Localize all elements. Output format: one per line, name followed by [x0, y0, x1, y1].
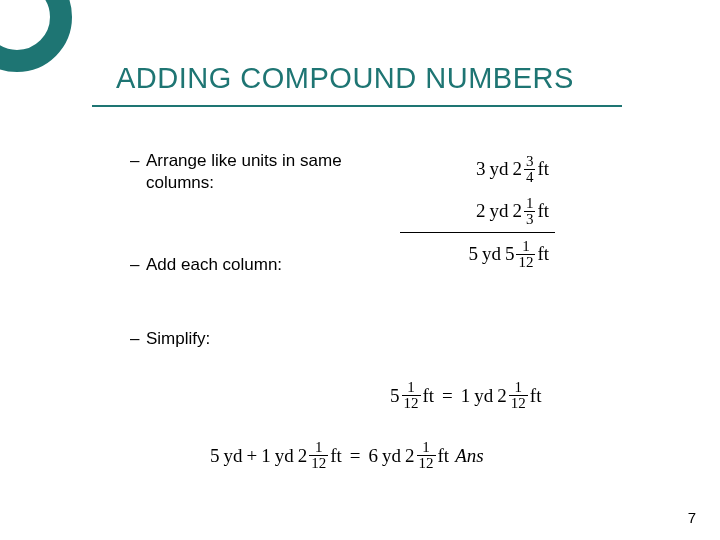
- r1-yd-whole: 3: [476, 158, 486, 180]
- r1-frac: 3 4: [524, 154, 536, 185]
- r2-den: 3: [524, 211, 536, 227]
- answer-label: Ans: [455, 445, 484, 467]
- math-addition-column: 3 yd 2 3 4 ft 2 yd 2 1 3 ft 5 yd 5 1 12 …: [400, 148, 555, 275]
- math-row-2: 2 yd 2 1 3 ft: [400, 190, 555, 232]
- conv-rhs-yd: 1: [461, 385, 471, 407]
- conv-rhs-num: 1: [513, 380, 525, 395]
- conversion-line: 5 1 12 ft = 1 yd 2 1 12 ft: [390, 380, 541, 411]
- unit-ft: ft: [330, 445, 342, 467]
- bullet-text-3: Simplify:: [146, 328, 370, 350]
- final-c-ft-whole: 2: [405, 445, 415, 467]
- r2-ft-whole: 2: [512, 200, 522, 222]
- r2-frac: 1 3: [524, 196, 536, 227]
- r2-yd-whole: 2: [476, 200, 486, 222]
- math-row-1: 3 yd 2 3 4 ft: [400, 148, 555, 190]
- final-c-num: 1: [420, 440, 432, 455]
- unit-yd: yd: [382, 445, 401, 467]
- title-underline: [92, 105, 622, 107]
- bullet-text-2: Add each column:: [146, 254, 370, 276]
- unit-yd: yd: [489, 200, 508, 222]
- unit-ft: ft: [438, 445, 450, 467]
- bullet-dash: –: [130, 328, 146, 350]
- sum-frac: 1 12: [516, 239, 535, 270]
- unit-yd: yd: [275, 445, 294, 467]
- page-number: 7: [688, 509, 696, 526]
- final-b-den: 12: [309, 455, 328, 471]
- conv-lhs-whole: 5: [390, 385, 400, 407]
- unit-yd: yd: [474, 385, 493, 407]
- bullet-dash: –: [130, 254, 146, 276]
- r1-den: 4: [524, 169, 536, 185]
- bullet-item-1: – Arrange like units in same columns:: [130, 150, 370, 194]
- conv-lhs-den: 12: [402, 395, 421, 411]
- final-answer-line: 5 yd + 1 yd 2 1 12 ft = 6 yd 2 1 12 ft A…: [210, 440, 484, 471]
- bullet-item-2: – Add each column:: [130, 254, 370, 276]
- bullet-list: – Arrange like units in same columns: – …: [130, 150, 370, 350]
- decorative-ring: [0, 0, 72, 72]
- final-c-frac: 1 12: [417, 440, 436, 471]
- r2-num: 1: [524, 196, 536, 211]
- bullet-text-1: Arrange like units in same columns:: [146, 150, 370, 194]
- unit-ft: ft: [537, 158, 549, 180]
- final-b-frac: 1 12: [309, 440, 328, 471]
- final-b-yd: 1: [261, 445, 271, 467]
- final-b-num: 1: [313, 440, 325, 455]
- final-a-yd: 5: [210, 445, 220, 467]
- unit-yd: yd: [224, 445, 243, 467]
- r1-ft-whole: 2: [512, 158, 522, 180]
- bullet-dash: –: [130, 150, 146, 172]
- sum-yd-whole: 5: [468, 243, 478, 265]
- sum-ft-whole: 5: [505, 243, 515, 265]
- final-b-ft-whole: 2: [298, 445, 308, 467]
- sum-num: 1: [520, 239, 532, 254]
- math-row-sum: 5 yd 5 1 12 ft: [400, 232, 555, 275]
- unit-ft: ft: [537, 200, 549, 222]
- conv-rhs-den: 12: [509, 395, 528, 411]
- final-c-den: 12: [417, 455, 436, 471]
- conv-lhs-frac: 1 12: [402, 380, 421, 411]
- unit-ft: ft: [537, 243, 549, 265]
- sum-den: 12: [516, 254, 535, 270]
- unit-yd: yd: [489, 158, 508, 180]
- final-c-yd: 6: [369, 445, 379, 467]
- slide-title: ADDING COMPOUND NUMBERS: [116, 62, 574, 95]
- final-plus: +: [247, 445, 258, 467]
- conv-lhs-num: 1: [405, 380, 417, 395]
- unit-yd: yd: [482, 243, 501, 265]
- conv-rhs-frac: 1 12: [509, 380, 528, 411]
- conv-lhs-unit: ft: [423, 385, 435, 407]
- unit-ft: ft: [530, 385, 542, 407]
- bullet-item-3: – Simplify:: [130, 328, 370, 350]
- final-eq: =: [350, 445, 361, 467]
- conv-rhs-ft-whole: 2: [497, 385, 507, 407]
- r1-num: 3: [524, 154, 536, 169]
- conv-eq: =: [442, 385, 453, 407]
